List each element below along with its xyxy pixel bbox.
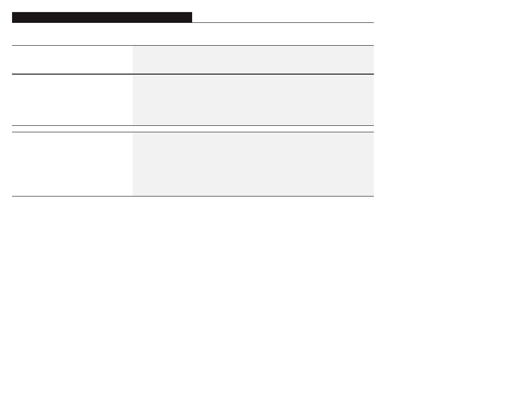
section-2-label: [12, 132, 133, 196]
section-2-body: [12, 132, 374, 196]
section-2: [12, 132, 374, 196]
section-1-header-right: [133, 46, 374, 74]
section-1-header: [12, 45, 374, 74]
spacer: [12, 23, 374, 45]
section-1-label: [12, 75, 133, 125]
title-bar: [12, 12, 374, 23]
section-1-header-left: [12, 46, 133, 74]
section-1-col2: [133, 75, 314, 125]
section-2-col3: [314, 132, 374, 196]
title-black-box: [12, 12, 192, 22]
section-1-col3: [314, 75, 374, 125]
section-2-col2: [133, 132, 314, 196]
content-area: [12, 12, 374, 196]
section-1-body: [12, 74, 374, 126]
page: [0, 0, 532, 411]
section-1: [12, 45, 374, 126]
